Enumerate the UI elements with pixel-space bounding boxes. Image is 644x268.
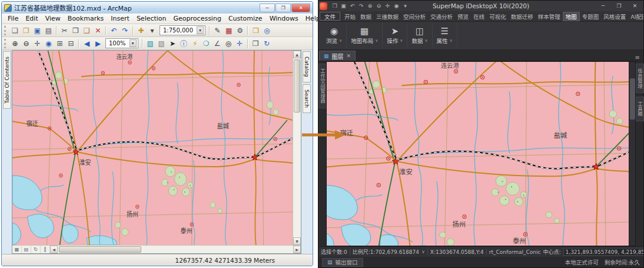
search-window-icon[interactable]: ◎ — [261, 25, 273, 36]
save-icon[interactable]: ▣ — [339, 2, 348, 11]
vertical-scrollbar[interactable] — [629, 62, 635, 246]
fixed-zoom-in-icon[interactable]: ⊞ — [54, 38, 65, 49]
tab-spatial-analysis[interactable]: 空间分析 — [401, 12, 428, 21]
viewer-window-icon[interactable]: ❐ — [250, 38, 261, 49]
pan-icon[interactable]: ✛ — [383, 2, 392, 11]
menu-view[interactable]: View — [42, 14, 64, 23]
select-elements-icon[interactable]: ➤ — [167, 38, 178, 49]
tab-ai-mapping[interactable]: AI配图 — [628, 12, 643, 21]
menu-bookmarks[interactable]: Bookmarks — [64, 14, 107, 23]
toolbar-grip[interactable] — [4, 26, 7, 35]
ribbon-dropdown-icon[interactable]: ∨ — [339, 38, 342, 43]
scroll-right-icon[interactable]: ▶ — [293, 246, 301, 253]
undo-icon[interactable]: ↶ — [348, 2, 357, 11]
tab-style-setting[interactable]: 风格设置 — [601, 12, 628, 21]
ribbon-dropdown-icon[interactable]: ∨ — [424, 38, 427, 43]
menu-selection[interactable]: Selection — [133, 14, 170, 23]
hyperlink-icon[interactable]: ⚡ — [190, 38, 201, 49]
supermap-titlebar[interactable]: ❒▣↶↷⊕⊖✛◉▾ SuperMap iDesktopX 10i(2020) ─… — [318, 1, 643, 11]
tab-catalog[interactable]: Catalog — [303, 51, 311, 82]
select-features-icon[interactable]: ▧ — [145, 38, 156, 49]
quick-access-dropdown-icon[interactable]: ▾ — [401, 2, 410, 11]
pan-icon[interactable]: ✛ — [32, 38, 43, 49]
close-button[interactable]: ✕ — [628, 1, 642, 11]
new-document-icon[interactable]: ❏ — [9, 25, 21, 36]
ribbon-operate-button[interactable]: ➤ 操作∨ — [383, 23, 407, 48]
scale-dropdown-icon[interactable]: ▾ — [197, 27, 204, 34]
toolbar-grip[interactable] — [4, 39, 7, 48]
menu-windows[interactable]: Windows — [266, 14, 302, 23]
find-icon[interactable]: ◎ — [223, 38, 234, 49]
file-menu-button[interactable]: 文件 — [320, 12, 340, 21]
layout-view-button[interactable]: ▤ — [22, 246, 31, 253]
close-button[interactable]: ✕ — [291, 4, 310, 12]
tab-data[interactable]: 数据 — [358, 12, 374, 21]
arcmap-map-canvas[interactable]: 连云港 宿迁 盐城 淮安 扬州 泰州 — [12, 51, 293, 245]
supermap-map-canvas[interactable] — [327, 62, 629, 246]
scale-display[interactable]: 比例尺:1:702,679.618874 — [353, 248, 419, 256]
tab-list-icon[interactable]: ≡ — [632, 54, 643, 61]
editor-pencil-icon[interactable]: ✎ — [212, 25, 223, 36]
add-data-dropdown-icon[interactable]: ▾ — [147, 25, 158, 36]
full-extent-icon[interactable]: ◉ — [392, 2, 401, 11]
zoom-out-icon[interactable]: ⊖ — [374, 2, 383, 11]
minimize-button[interactable]: ─ — [260, 4, 275, 12]
scroll-up-icon[interactable]: ▲ — [293, 51, 301, 58]
tab-thematic-map[interactable]: 专题图 — [580, 12, 602, 21]
map-document-tab[interactable]: ▦ 图层 ✕ — [319, 51, 356, 61]
print-icon[interactable]: ▤ — [43, 25, 54, 36]
minimize-button[interactable]: ─ — [596, 1, 610, 11]
catalog-window-icon[interactable]: ❒ — [250, 25, 261, 36]
tab-table-of-contents[interactable]: Table Of Contents — [3, 51, 11, 109]
zoom-in-icon[interactable]: ⊕ — [9, 38, 21, 49]
pause-drawing-button[interactable]: ‖ — [41, 246, 50, 253]
ribbon-browse-button[interactable]: ◉ 浏览∨ — [322, 23, 347, 48]
vertical-scroll-thumb[interactable] — [294, 59, 300, 113]
undo-icon[interactable]: ↶ — [108, 25, 119, 36]
scroll-left-icon[interactable]: ◀ — [50, 246, 58, 253]
data-view-button[interactable]: ▦ — [12, 246, 22, 253]
vertical-scrollbar[interactable]: ▲ ▼ — [293, 51, 301, 245]
dock-tab-task-management[interactable]: 任务管理 — [636, 64, 644, 93]
back-extent-icon[interactable]: ◀ — [81, 38, 92, 49]
tab-start[interactable]: 开始 — [342, 12, 358, 21]
tab-map[interactable]: 地图 — [563, 12, 580, 21]
tab-sample-management[interactable]: 样本管理 — [536, 12, 563, 21]
tab-search[interactable]: Search — [303, 84, 311, 113]
zoom-dropdown-icon[interactable]: ▾ — [130, 39, 137, 47]
arcmap-titlebar[interactable]: 江苏省基础地理数据102.mxd - ArcMap ─ ❐ ✕ — [2, 2, 313, 14]
ribbon-dropdown-icon[interactable]: ∨ — [450, 38, 453, 43]
modelbuilder-icon[interactable]: ⚙ — [234, 25, 245, 36]
menu-insert[interactable]: Insert — [107, 14, 133, 23]
ribbon-dropdown-icon[interactable]: ∨ — [375, 38, 378, 43]
tab-3d-data[interactable]: 三维数据 — [374, 12, 401, 21]
cut-icon[interactable]: ✂ — [59, 25, 70, 36]
html-popup-icon[interactable]: ❍ — [201, 38, 212, 49]
menu-geoprocessing[interactable]: Geoprocessing — [170, 14, 225, 23]
tab-workspace-manager[interactable]: 工作空间管理器 — [318, 64, 327, 108]
scroll-down-icon[interactable]: ▼ — [293, 237, 301, 245]
redo-icon[interactable]: ↷ — [357, 2, 366, 11]
identify-icon[interactable]: ⓘ — [178, 38, 190, 49]
go-to-xy-icon[interactable]: ✛ — [234, 38, 245, 49]
ribbon-dropdown-icon[interactable]: ∨ — [400, 38, 403, 43]
menu-edit[interactable]: Edit — [22, 14, 41, 23]
center-point-value[interactable]: 1,321,893.9557409, 4,219,859.1278317 — [563, 248, 643, 256]
tab-visualization[interactable]: 可视化 — [487, 12, 509, 21]
output-window-tab[interactable]: ▤ 输出窗口 — [322, 258, 363, 267]
vertical-scroll-thumb[interactable] — [630, 78, 635, 120]
tab-data-migration[interactable]: 数据迁移 — [509, 12, 536, 21]
maximize-button[interactable]: ❐ — [612, 1, 626, 11]
zoom-percent-combo[interactable]: 100% ▾ — [105, 38, 138, 48]
fixed-zoom-out-icon[interactable]: ⊟ — [65, 38, 77, 49]
refresh-view-button[interactable]: ↻ — [31, 246, 41, 253]
menu-file[interactable]: File — [4, 14, 22, 23]
save-icon[interactable]: ▣ — [32, 25, 43, 36]
measure-icon[interactable]: ∠ — [212, 38, 223, 49]
scale-dropdown-icon[interactable]: ∨ — [421, 249, 425, 254]
copy-icon[interactable]: ❐ — [70, 25, 81, 36]
refresh-icon[interactable]: ↻ — [261, 38, 273, 49]
clear-selection-icon[interactable]: ▨ — [156, 38, 167, 49]
menu-customize[interactable]: Customize — [225, 14, 266, 23]
zoom-in-icon[interactable]: ⊕ — [366, 2, 374, 11]
